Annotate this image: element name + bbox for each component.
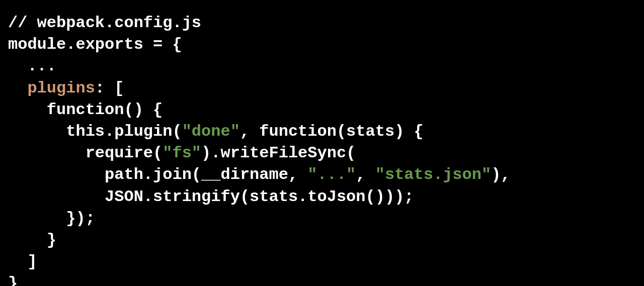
code-line: JSON.stringify(stats.toJson())); bbox=[8, 187, 414, 206]
code-line: , bbox=[356, 165, 375, 184]
code-line: function() { bbox=[8, 101, 163, 119]
code-line: : [ bbox=[95, 79, 124, 98]
code-comment: // webpack.config.js bbox=[8, 14, 201, 32]
code-line: path.join(__dirname, bbox=[8, 165, 307, 184]
code-line: } bbox=[8, 274, 18, 286]
code-line: , function(stats) { bbox=[240, 122, 424, 141]
code-line: this.plugin( bbox=[8, 122, 182, 141]
code-string-fs: "fs" bbox=[163, 144, 201, 162]
code-snippet: // webpack.config.js module.exports = { … bbox=[8, 12, 636, 286]
code-line: ] bbox=[8, 252, 37, 271]
code-line: ), bbox=[491, 165, 510, 184]
code-string-statsjson: "stats.json" bbox=[375, 165, 491, 184]
code-key-plugins: plugins bbox=[27, 79, 95, 98]
code-string-done: "done" bbox=[182, 122, 240, 141]
code-line bbox=[8, 79, 27, 98]
code-line: }); bbox=[8, 209, 95, 228]
code-line: module.exports = { bbox=[8, 35, 182, 54]
code-line: ... bbox=[8, 57, 56, 75]
code-line: ).writeFileSync( bbox=[201, 144, 356, 162]
code-line: require( bbox=[8, 144, 163, 162]
code-line: } bbox=[8, 231, 56, 249]
code-string-ellipsis: "..." bbox=[307, 165, 356, 184]
